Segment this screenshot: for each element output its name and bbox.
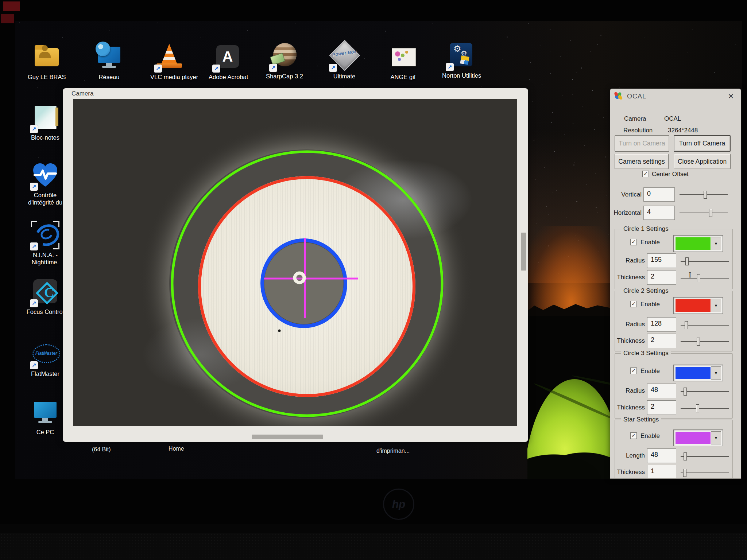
star bbox=[599, 114, 599, 115]
close-icon[interactable]: ✕ bbox=[726, 92, 736, 101]
desktop-icon-ce-pc[interactable]: Ce PC bbox=[26, 398, 64, 436]
star bbox=[552, 112, 553, 113]
star bbox=[550, 29, 550, 30]
icon-label: Bloc-notes bbox=[26, 134, 64, 141]
desktop-icon-ultimate[interactable]: Power Box ↗ Ultimate bbox=[325, 42, 363, 80]
chevron-down-icon[interactable]: ▼ bbox=[711, 366, 721, 380]
circle2-radius-input[interactable]: 128 bbox=[647, 317, 676, 332]
shortcut-arrow-icon: ↗ bbox=[30, 242, 38, 250]
desktop-icon-sharpcap[interactable]: ↗ SharpCap 3.2 bbox=[266, 42, 303, 80]
circle3-thickness-slider[interactable] bbox=[681, 404, 729, 413]
color-swatch bbox=[676, 367, 711, 379]
vertical-input[interactable]: 0 bbox=[643, 187, 675, 202]
circle3-thickness-input[interactable]: 2 bbox=[647, 400, 676, 415]
desktop-icon-ange-gif[interactable]: ANGE gif bbox=[384, 43, 422, 81]
camera-settings-button[interactable]: Camera settings bbox=[615, 154, 669, 169]
color-swatch bbox=[676, 432, 711, 444]
circle1-radius-slider[interactable] bbox=[681, 257, 729, 266]
camera-window-titlebar[interactable]: Camera bbox=[63, 88, 528, 99]
slider-handle[interactable] bbox=[685, 257, 689, 265]
desktop-icon-reseau[interactable]: Réseau bbox=[90, 43, 128, 81]
turn-on-camera-button[interactable]: Turn on Camera bbox=[615, 135, 669, 152]
circle2-thickness-slider[interactable] bbox=[681, 337, 729, 346]
desktop-icon-focus-control[interactable]: C ↗ Focus Control bbox=[26, 278, 64, 315]
chevron-down-icon[interactable]: ▼ bbox=[711, 299, 721, 312]
circle3-radius-slider[interactable] bbox=[681, 387, 729, 396]
desktop-icon-controle-integrite[interactable]: ↗ Contrôle d'intégrité du bbox=[26, 161, 64, 206]
thickness-label: Thickness bbox=[616, 274, 645, 281]
star bbox=[502, 59, 503, 59]
slider-handle[interactable] bbox=[697, 274, 700, 282]
circle3-radius-input[interactable]: 48 bbox=[647, 384, 676, 398]
star-length-input[interactable]: 48 bbox=[647, 448, 676, 463]
circle1-color-dropdown[interactable]: ▼ bbox=[673, 235, 723, 252]
vertical-slider[interactable] bbox=[680, 190, 728, 199]
laptop-hinge bbox=[0, 524, 747, 533]
desktop-icon-acrobat[interactable]: A ↗ Adobe Acrobat bbox=[209, 43, 247, 81]
star bbox=[573, 123, 573, 124]
star bbox=[38, 158, 39, 158]
circle2-radius-slider[interactable] bbox=[681, 321, 729, 330]
star-thickness-slider[interactable] bbox=[681, 468, 729, 477]
circle1-enable-checkbox[interactable]: ✓ bbox=[630, 239, 637, 245]
slider-handle[interactable] bbox=[684, 452, 687, 460]
horizontal-slider[interactable] bbox=[680, 209, 728, 217]
circle1-radius-input[interactable]: 155 bbox=[647, 253, 676, 268]
star bbox=[532, 101, 533, 102]
star-color-dropdown[interactable]: ▼ bbox=[673, 429, 723, 446]
star bbox=[542, 85, 542, 85]
circle1-thickness-input[interactable]: 2 bbox=[647, 270, 676, 285]
center-mark-ring bbox=[295, 273, 304, 283]
slider-handle[interactable] bbox=[685, 321, 688, 329]
camera-value: OCAL bbox=[664, 115, 681, 122]
desktop-icon-nina[interactable]: ↗ N.I.N.A. - Nighttime. bbox=[26, 221, 64, 266]
desktop-icon-user-folder[interactable]: Guy LE BRAS bbox=[28, 43, 66, 81]
circle2-enable-checkbox[interactable]: ✓ bbox=[630, 301, 637, 307]
chevron-down-icon[interactable]: ▼ bbox=[711, 431, 721, 444]
ocal-panel[interactable]: OCAL ✕ Camera OCAL Resolution 3264*2448 … bbox=[610, 89, 741, 479]
cube-icon bbox=[460, 55, 469, 65]
collimation-scene bbox=[73, 99, 517, 426]
desktop-icon-bloc-notes[interactable]: ↗ Bloc-notes bbox=[26, 104, 64, 141]
vertical-scrollbar-thumb[interactable] bbox=[521, 233, 526, 271]
star-length-slider[interactable] bbox=[681, 452, 729, 461]
speaker-grille bbox=[0, 533, 747, 560]
circle3-enable-checkbox[interactable]: ✓ bbox=[630, 368, 637, 374]
star bbox=[530, 62, 531, 63]
bracket-icon bbox=[53, 243, 59, 249]
slider-handle[interactable] bbox=[709, 209, 712, 217]
star bbox=[157, 23, 158, 23]
thickness-label: Thickness bbox=[616, 337, 645, 345]
horizontal-scrollbar-thumb[interactable] bbox=[252, 435, 323, 439]
center-offset-checkbox[interactable]: ✓ bbox=[642, 171, 649, 177]
slider-handle[interactable] bbox=[696, 404, 699, 412]
star bbox=[550, 51, 550, 52]
flatmaster-badge-icon: FlatMaster bbox=[32, 344, 60, 363]
circle3-color-dropdown[interactable]: ▼ bbox=[673, 365, 723, 381]
turn-off-camera-button[interactable]: Turn off Camera bbox=[674, 135, 731, 152]
color-swatch bbox=[676, 299, 711, 312]
circle2-color-dropdown[interactable]: ▼ bbox=[673, 297, 723, 314]
desktop-icon-norton[interactable]: ⚙ ⚙ ↗ Norton Utilities bbox=[442, 42, 480, 79]
vertical-label: Vertical bbox=[619, 191, 642, 198]
slider-handle[interactable] bbox=[683, 469, 686, 477]
star-enable-checkbox[interactable]: ✓ bbox=[630, 432, 637, 439]
star bbox=[84, 80, 85, 81]
slider-handle[interactable] bbox=[704, 191, 707, 199]
desktop-icon-flatmaster[interactable]: FlatMaster ↗ FlatMaster bbox=[26, 340, 64, 377]
chevron-down-icon[interactable]: ▼ bbox=[711, 237, 721, 250]
star bbox=[19, 22, 20, 23]
slider-handle[interactable] bbox=[684, 388, 687, 396]
horizontal-input[interactable]: 4 bbox=[643, 206, 675, 220]
camera-window[interactable]: Camera bbox=[63, 88, 528, 442]
desktop-icon-vlc[interactable]: ↗ VLC media player bbox=[150, 43, 188, 81]
icon-label: Réseau bbox=[90, 73, 128, 81]
close-application-button[interactable]: Close Application bbox=[674, 154, 731, 169]
horizontal-label: Horizontal bbox=[612, 209, 642, 217]
fc-letter: C bbox=[44, 284, 54, 300]
circle2-thickness-input[interactable]: 2 bbox=[647, 334, 676, 348]
star-thickness-input[interactable]: 1 bbox=[647, 465, 676, 479]
slider-handle[interactable] bbox=[697, 338, 700, 346]
enable-label: Enable bbox=[640, 301, 660, 308]
circle1-thickness-slider[interactable] bbox=[681, 274, 729, 283]
